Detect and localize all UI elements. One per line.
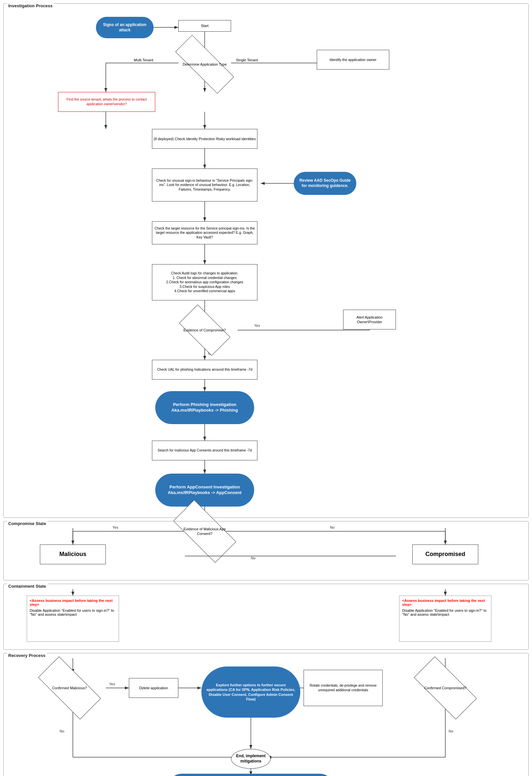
alert-owner-box: Alert Application Owner\Provider (343, 310, 396, 330)
end-mitigations-node: End, implement mitigations (231, 749, 271, 769)
confirmed-compromised-diamond: Confirmed Compromised? (416, 673, 475, 703)
delete-app-box: Delete application (129, 678, 178, 698)
single-tenant-label: Single Tenant (236, 58, 258, 62)
investigation-arrows: Yes No Yes No (7, 7, 525, 515)
find-source-box: Find the source tenant, whats the proces… (58, 92, 155, 112)
rotate-credentials-box: Rotate credentials, de-privilege and rem… (304, 670, 383, 706)
confirmed-malicious-diamond: Confirmed Malicious? (40, 673, 99, 703)
svg-text:Yes: Yes (254, 324, 260, 328)
identify-owner-box: Identify the application owner (317, 50, 389, 69)
check-audit-box: Check Audit logs for changes to applicat… (152, 264, 257, 301)
multi-tenant-label: Multi Tenant (134, 58, 153, 62)
check-signin-box: Check for unusual sign-in behaviour in "… (152, 169, 257, 201)
compromise-section: Compromise State No Malicious (3, 521, 529, 580)
perform-phishing-node: Perform Phishing investigation Aka.ms/IR… (155, 391, 254, 424)
check-identity-box: (If deployed) Check Identity Protection … (152, 129, 257, 149)
containment-malicious-red: <Assess business impact before taking th… (30, 599, 116, 606)
containment-section: Containment State <Assess business impac… (3, 584, 529, 650)
perform-appconsent-node: Perform AppConsent Investigation Aka.ms/… (155, 473, 254, 507)
malicious-box: Malicious (40, 545, 106, 564)
recovery-section: Recovery Process Yes (3, 653, 529, 776)
svg-text:No: No (60, 729, 64, 733)
review-aad-node: Review AAD SecOps Guide for monitoring g… (294, 172, 356, 195)
svg-text:Yes: Yes (109, 682, 115, 686)
investigation-section: Investigation Process (3, 3, 529, 518)
explore-options-node: Explore further options to further secur… (201, 666, 300, 718)
lessons-learned-node: Perform Lessons learned – https://docs.m… (169, 774, 333, 776)
determine-type-diamond: Determine Application Type (175, 52, 234, 76)
check-target-box: Check the target resource for the Servic… (152, 221, 257, 244)
start-box: Start (178, 20, 231, 32)
compromised-box: Compromised (412, 545, 478, 564)
containment-compromised-red: <Assess business impact before taking th… (402, 599, 489, 606)
containment-malicious-desc: Disable Application "Enabled for users t… (30, 608, 116, 616)
page-wrapper: Investigation Process (0, 0, 532, 776)
containment-compromised-desc: Disable Application "Enabled for users t… (402, 608, 489, 616)
check-ual-box: Check UAL for phishing Indications arrou… (152, 360, 257, 380)
search-consent-box: Search for malicious App Consents around… (152, 441, 257, 460)
svg-text:No: No (449, 729, 453, 733)
evidence-compromise-diamond: Evidence of Compromise? (182, 317, 228, 343)
signs-attack-node: Signs of an application attack (96, 17, 154, 38)
svg-text:No: No (251, 556, 255, 560)
